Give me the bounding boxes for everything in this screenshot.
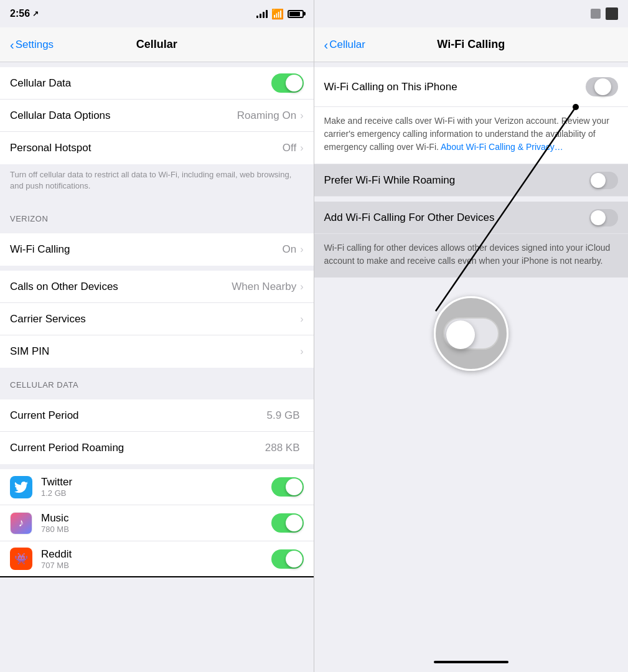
cellular-helper-text: Turn off cellular data to restrict all d… (0, 164, 314, 202)
personal-hotspot-chevron: › (300, 142, 303, 154)
twitter-row[interactable]: Twitter 1.2 GB (0, 469, 314, 505)
prefer-wifi-toggle[interactable] (589, 172, 618, 189)
twitter-size: 1.2 GB (41, 488, 271, 498)
status-icons-right: 📶 (256, 8, 304, 20)
calls-other-devices-label: Calls on Other Devices (10, 281, 232, 293)
add-wifi-label: Add Wi-Fi Calling For Other Devices (324, 212, 590, 224)
toggle-knob (286, 75, 302, 91)
twitter-icon (10, 476, 32, 498)
personal-hotspot-label: Personal Hotspot (10, 142, 283, 154)
wifi-status-icon: 📶 (271, 8, 284, 20)
wifi-calling-iphone-toggle[interactable] (586, 77, 618, 96)
sim-pin-row[interactable]: SIM PIN › (0, 335, 314, 368)
bottom-bar (434, 661, 508, 663)
current-period-roaming-value: 288 KB (265, 442, 300, 454)
app-usage-section: Twitter 1.2 GB ♪ Music 780 MB (0, 469, 314, 577)
sim-pin-chevron: › (300, 346, 303, 357)
cellular-data-options-row[interactable]: Cellular Data Options Roaming On › (0, 100, 314, 132)
page-title-left: Cellular (136, 38, 177, 51)
back-label-left: Settings (16, 39, 54, 51)
back-chevron-left: ‹ (10, 39, 14, 51)
calls-other-devices-value: When Nearby (232, 281, 296, 293)
music-row[interactable]: ♪ Music 780 MB (0, 505, 314, 541)
cellular-data-options-chevron: › (300, 110, 303, 121)
personal-hotspot-row[interactable]: Personal Hotspot Off › (0, 132, 314, 164)
twitter-toggle-knob (286, 478, 302, 495)
signal-bar-2 (260, 14, 261, 18)
cellular-data-label: Cellular Data (10, 77, 271, 90)
calls-other-devices-row[interactable]: Calls on Other Devices When Nearby › (0, 271, 314, 303)
verizon-section-header: VERIZON (0, 202, 314, 228)
cellular-data-section-header: CELLULAR DATA (0, 368, 314, 394)
music-size: 780 MB (41, 525, 271, 534)
cellular-data-row[interactable]: Cellular Data (0, 67, 314, 100)
wifi-calling-iphone-toggle-knob (594, 78, 611, 95)
page-title-right: Wi-Fi Calling (437, 38, 505, 51)
add-wifi-toggle-knob (591, 210, 606, 225)
battery-fill (289, 12, 301, 16)
prefer-wifi-label: Prefer Wi-Fi While Roaming (324, 174, 590, 187)
signal-bar-4 (266, 10, 268, 18)
time-display: 2:56 (10, 8, 30, 19)
carrier-services-row[interactable]: Carrier Services › (0, 303, 314, 335)
reddit-icon: 👾 (10, 548, 32, 570)
personal-hotspot-value: Off (283, 142, 296, 154)
gray-square-icon (591, 9, 601, 19)
status-bar-right (314, 0, 629, 27)
wifi-calling-iphone-label: Wi-Fi Calling on This iPhone (324, 81, 586, 93)
music-toggle-knob (286, 515, 302, 531)
wifi-calling-description: Make and receive calls over Wi-Fi with y… (314, 107, 629, 164)
wifi-calling-iphone-section: Wi-Fi Calling on This iPhone Make and re… (314, 67, 629, 164)
add-wifi-description: Wi-Fi calling for other devices allows o… (314, 234, 629, 278)
wifi-calling-row[interactable]: Wi-Fi Calling On › (0, 233, 314, 266)
status-time: 2:56 ↗ (10, 8, 39, 19)
wifi-calling-link[interactable]: About Wi-Fi Calling & Privacy… (441, 142, 563, 152)
add-wifi-row[interactable]: Add Wi-Fi Calling For Other Devices (314, 202, 629, 234)
back-button-right[interactable]: ‹ Cellular (324, 39, 365, 51)
music-info: Music 780 MB (41, 512, 271, 534)
reddit-toggle-knob (286, 551, 302, 567)
wifi-calling-label: Wi-Fi Calling (10, 243, 282, 256)
signal-bars (256, 9, 268, 18)
add-wifi-toggle[interactable] (589, 209, 618, 226)
carrier-services-chevron: › (300, 314, 303, 325)
twitter-info: Twitter 1.2 GB (41, 476, 271, 498)
carrier-services-label: Carrier Services (10, 313, 300, 325)
reddit-name: Reddit (41, 548, 271, 561)
reddit-toggle[interactable] (271, 549, 304, 569)
cellular-data-options-value: Roaming On (237, 110, 296, 122)
wifi-calling-value: On (282, 243, 296, 256)
twitter-toggle[interactable] (271, 477, 304, 497)
location-icon: ↗ (32, 9, 39, 18)
current-period-value: 5.9 GB (267, 409, 300, 422)
magnified-toggle-knob (446, 320, 475, 349)
current-period-roaming-row: Current Period Roaming 288 KB (0, 432, 314, 464)
prefer-wifi-toggle-knob (591, 173, 606, 188)
magnified-toggle (443, 317, 499, 350)
reddit-size: 707 MB (41, 561, 271, 570)
main-settings-section: Cellular Data Cellular Data Options Roam… (0, 67, 314, 164)
signal-bar-1 (256, 16, 258, 18)
back-label-right: Cellular (329, 39, 365, 51)
prefer-wifi-section: Prefer Wi-Fi While Roaming (314, 164, 629, 197)
reddit-info: Reddit 707 MB (41, 548, 271, 570)
data-usage-section: Current Period 5.9 GB Current Period Roa… (0, 399, 314, 464)
wifi-calling-section: Wi-Fi Calling On › (0, 233, 314, 266)
cellular-data-toggle[interactable] (271, 73, 304, 93)
current-period-label: Current Period (10, 409, 267, 422)
bottom-bar-container (314, 652, 629, 672)
music-icon: ♪ (10, 512, 32, 534)
sim-pin-label: SIM PIN (10, 345, 300, 358)
wifi-calling-chevron: › (300, 244, 303, 255)
wifi-calling-iphone-row[interactable]: Wi-Fi Calling on This iPhone (314, 67, 629, 107)
back-button-left[interactable]: ‹ Settings (10, 39, 54, 51)
music-toggle[interactable] (271, 513, 304, 533)
verizon-rows-section: Calls on Other Devices When Nearby › Car… (0, 271, 314, 368)
right-panel: ‹ Cellular Wi-Fi Calling Wi-Fi Calling o… (314, 0, 629, 672)
current-period-roaming-label: Current Period Roaming (10, 442, 265, 454)
battery-icon (288, 10, 304, 18)
reddit-row[interactable]: 👾 Reddit 707 MB (0, 541, 314, 577)
status-bar-left: 2:56 ↗ 📶 (0, 0, 314, 27)
prefer-wifi-row[interactable]: Prefer Wi-Fi While Roaming (314, 164, 629, 197)
current-period-row: Current Period 5.9 GB (0, 399, 314, 432)
